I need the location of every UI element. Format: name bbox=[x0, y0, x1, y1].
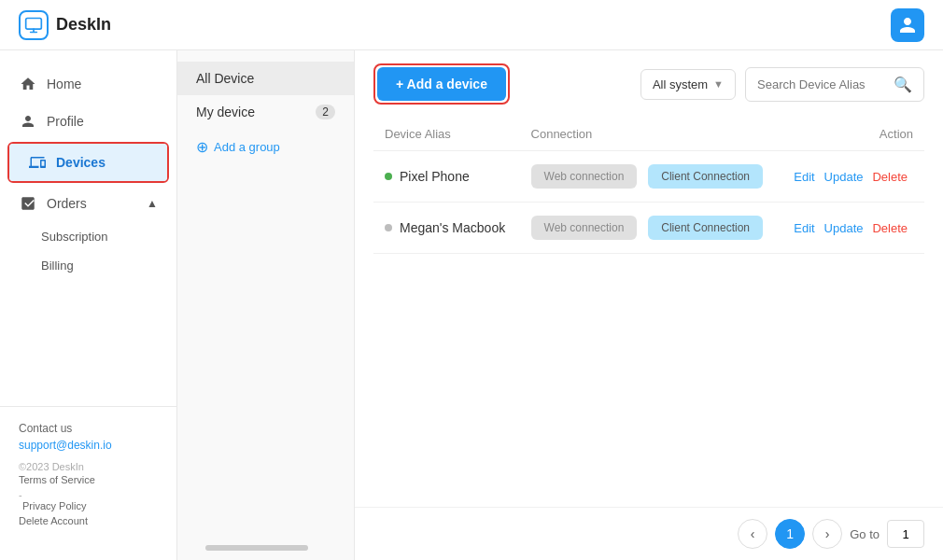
pagination: ‹ 1 › Go to bbox=[355, 507, 943, 560]
profile-icon bbox=[19, 112, 37, 131]
add-group-label: Add a group bbox=[214, 140, 280, 154]
prev-icon: ‹ bbox=[751, 526, 755, 541]
sidebar-footer: Contact us support@deskin.io ©2023 DeskI… bbox=[0, 406, 176, 545]
row1-delete-btn[interactable]: Delete bbox=[872, 170, 908, 184]
row2-action: Edit Update Delete bbox=[780, 203, 924, 254]
home-icon bbox=[19, 75, 37, 93]
current-page-label: 1 bbox=[786, 526, 794, 541]
devices-table: Device Alias Connection Action bbox=[373, 118, 924, 254]
search-input[interactable] bbox=[757, 77, 888, 91]
my-device-item[interactable]: My device 2 bbox=[177, 95, 354, 129]
sidebar-active-box: Devices bbox=[7, 142, 169, 183]
goto-label: Go to bbox=[850, 527, 880, 541]
system-select-label: All system bbox=[653, 77, 708, 91]
orders-caret: ▲ bbox=[147, 197, 158, 210]
row1-client-conn-btn[interactable]: Client Connection bbox=[648, 164, 763, 189]
logo: DeskIn bbox=[19, 10, 111, 40]
search-icon: 🔍 bbox=[894, 76, 912, 93]
privacy-link[interactable]: Privacy Policy bbox=[22, 500, 158, 511]
row1-edit-btn[interactable]: Edit bbox=[794, 170, 814, 184]
device-layout: All Device My device 2 ⊕ Add a group bbox=[177, 50, 943, 560]
svg-rect-0 bbox=[26, 18, 42, 29]
sidebar-item-devices[interactable]: Devices bbox=[9, 144, 167, 181]
row2-client-conn-btn[interactable]: Client Connection bbox=[648, 216, 763, 240]
prev-page-btn[interactable]: ‹ bbox=[738, 519, 767, 549]
device-panel: All Device My device 2 ⊕ Add a group bbox=[177, 50, 355, 560]
next-icon: › bbox=[825, 526, 830, 541]
toolbar-right: All system ▼ 🔍 bbox=[640, 67, 924, 102]
my-device-count: 2 bbox=[316, 105, 335, 119]
delete-account[interactable]: Delete Account bbox=[19, 515, 158, 526]
table-row: Pixel Phone Web connection Client Connec… bbox=[373, 151, 924, 203]
copyright: ©2023 DeskIn bbox=[19, 461, 158, 472]
row1-alias-text: Pixel Phone bbox=[400, 169, 470, 184]
my-device-label: My device bbox=[196, 105, 255, 119]
panel-scroll-indicator[interactable] bbox=[205, 545, 308, 551]
header: DeskIn bbox=[0, 0, 943, 50]
footer-links: Terms of Service - Privacy Policy bbox=[19, 474, 158, 511]
all-device-item[interactable]: All Device bbox=[177, 62, 354, 95]
sidebar: Home Profile Devices bbox=[0, 50, 177, 560]
logo-icon bbox=[19, 10, 49, 40]
row1-alias: Pixel Phone bbox=[373, 151, 520, 203]
support-email-link[interactable]: support@deskin.io bbox=[19, 439, 158, 452]
devices-icon bbox=[28, 153, 47, 172]
chevron-down-icon: ▼ bbox=[713, 78, 724, 90]
current-page-btn[interactable]: 1 bbox=[775, 519, 805, 549]
search-box: 🔍 bbox=[745, 67, 924, 102]
main-content: All Device My device 2 ⊕ Add a group bbox=[177, 50, 943, 560]
table-row: Megan's Macbook Web connection Client Co… bbox=[373, 203, 924, 254]
row1-action: Edit Update Delete bbox=[780, 151, 924, 203]
toolbar: + Add a device All system ▼ 🔍 bbox=[355, 50, 943, 118]
col-action: Action bbox=[780, 118, 924, 151]
all-device-label: All Device bbox=[196, 71, 254, 86]
row2-connection: Web connection Client Connection bbox=[520, 203, 780, 254]
row2-web-conn-btn[interactable]: Web connection bbox=[531, 216, 638, 240]
logo-text: DeskIn bbox=[56, 15, 111, 35]
row1-status-dot bbox=[385, 173, 392, 180]
add-device-btn-wrapper: + Add a device bbox=[373, 63, 510, 105]
row1-update-btn[interactable]: Update bbox=[824, 170, 864, 184]
sidebar-item-profile[interactable]: Profile bbox=[0, 103, 176, 140]
next-page-btn[interactable]: › bbox=[812, 519, 842, 549]
col-connection: Connection bbox=[520, 118, 780, 151]
row2-edit-btn[interactable]: Edit bbox=[794, 221, 814, 235]
system-select[interactable]: All system ▼ bbox=[640, 69, 736, 100]
layout: Home Profile Devices bbox=[0, 50, 943, 560]
sidebar-item-orders-label: Orders bbox=[47, 196, 87, 211]
devices-table-wrap: Device Alias Connection Action bbox=[355, 118, 943, 507]
goto-input[interactable] bbox=[887, 520, 924, 548]
sidebar-nav: Home Profile Devices bbox=[0, 65, 176, 280]
row2-delete-btn[interactable]: Delete bbox=[872, 221, 908, 235]
terms-link[interactable]: Terms of Service bbox=[19, 474, 154, 485]
add-device-button[interactable]: + Add a device bbox=[377, 67, 506, 101]
add-device-label: + Add a device bbox=[396, 77, 487, 91]
row1-connection: Web connection Client Connection bbox=[520, 151, 780, 203]
row2-status-dot bbox=[385, 224, 392, 231]
col-alias: Device Alias bbox=[373, 118, 520, 151]
add-group-btn[interactable]: ⊕ Add a group bbox=[177, 129, 354, 165]
row2-update-btn[interactable]: Update bbox=[824, 221, 864, 235]
sidebar-item-home-label: Home bbox=[47, 77, 81, 91]
avatar-button[interactable] bbox=[891, 8, 924, 42]
device-main: + Add a device All system ▼ 🔍 bbox=[355, 50, 943, 560]
add-group-icon: ⊕ bbox=[196, 138, 208, 156]
orders-icon bbox=[19, 194, 37, 213]
row2-alias-text: Megan's Macbook bbox=[400, 220, 505, 235]
sidebar-item-orders[interactable]: Orders ▲ bbox=[0, 185, 176, 222]
sidebar-item-subscription-label: Subscription bbox=[41, 230, 108, 244]
sidebar-item-profile-label: Profile bbox=[47, 114, 84, 129]
row2-alias: Megan's Macbook bbox=[373, 203, 520, 254]
sidebar-item-billing-label: Billing bbox=[41, 259, 74, 273]
contact-label: Contact us bbox=[19, 422, 158, 435]
sidebar-item-home[interactable]: Home bbox=[0, 65, 176, 103]
sidebar-item-billing[interactable]: Billing bbox=[0, 251, 176, 280]
row1-web-conn-btn[interactable]: Web connection bbox=[531, 164, 638, 189]
sidebar-item-subscription[interactable]: Subscription bbox=[0, 222, 176, 251]
sidebar-item-devices-label: Devices bbox=[56, 155, 106, 170]
